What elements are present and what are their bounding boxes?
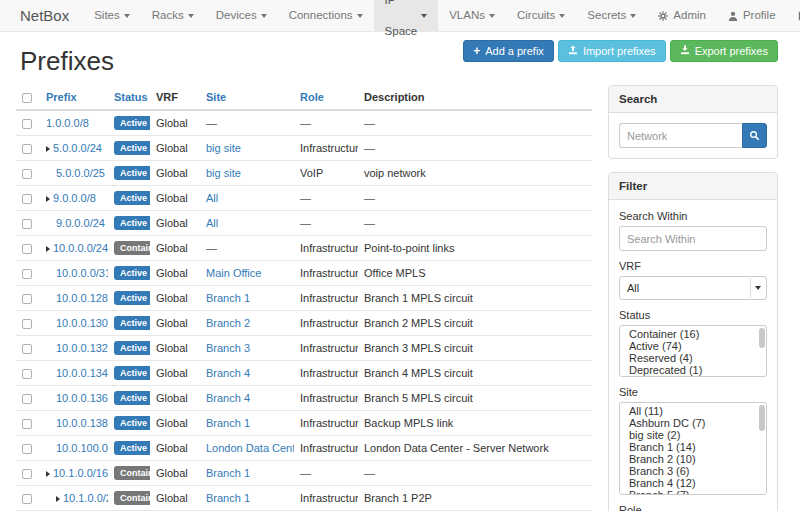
site-link[interactable]: All [206, 192, 218, 204]
row-checkbox[interactable] [22, 144, 32, 154]
site-option[interactable]: Branch 5 (7) [620, 490, 766, 495]
site-link[interactable]: Branch 4 [206, 392, 250, 404]
row-checkbox[interactable] [22, 219, 32, 229]
role-text: Infrastructure [300, 392, 358, 404]
site-link[interactable]: Branch 2 [206, 317, 250, 329]
row-checkbox[interactable] [22, 494, 32, 504]
nav-item-connections[interactable]: Connections [278, 0, 374, 31]
site-option[interactable]: Ashburn DC (7) [620, 418, 766, 429]
nav-item-devices[interactable]: Devices [205, 0, 278, 31]
site-link[interactable]: Main Office [206, 267, 261, 279]
site-option[interactable]: Branch 1 (14) [620, 442, 766, 453]
site-link[interactable]: big site [206, 142, 241, 154]
prefix-link[interactable]: 10.0.100.0/24 [56, 442, 108, 454]
status-option[interactable]: Reserved (4) [620, 353, 766, 364]
row-checkbox-cell [16, 261, 40, 286]
search-button[interactable] [742, 123, 767, 148]
prefix-link[interactable]: 5.0.0.0/24 [53, 142, 102, 154]
prefix-link[interactable]: 10.0.0.0/24 [53, 242, 108, 254]
filter-field-status: StatusContainer (16)Active (74)Reserved … [619, 309, 767, 377]
nav-item-sites[interactable]: Sites [83, 0, 141, 31]
column-header-site[interactable]: Site [206, 91, 226, 103]
nav-item-racks[interactable]: Racks [141, 0, 205, 31]
prefix-link[interactable]: 10.0.0.134/31 [56, 367, 108, 379]
row-checkbox[interactable] [22, 444, 32, 454]
scrollbar-thumb[interactable] [759, 405, 765, 431]
status-cell: Container [108, 486, 150, 511]
brand-netbox[interactable]: NetBox [0, 0, 83, 31]
row-checkbox[interactable] [22, 344, 32, 354]
search-input[interactable] [619, 123, 742, 148]
add-prefix-button[interactable]: + Add a prefix [463, 40, 554, 62]
column-header-status[interactable]: Status [114, 91, 148, 103]
vrf-select[interactable]: All [619, 276, 767, 300]
site-cell: Branch 2 [200, 311, 294, 336]
prefix-link[interactable]: 10.0.0.128/31 [56, 292, 108, 304]
row-checkbox[interactable] [22, 294, 32, 304]
site-option[interactable]: Branch 3 (6) [620, 466, 766, 477]
row-checkbox[interactable] [22, 319, 32, 329]
row-checkbox[interactable] [22, 194, 32, 204]
site-option[interactable]: Branch 2 (10) [620, 454, 766, 465]
row-checkbox[interactable] [22, 394, 32, 404]
status-option[interactable]: Container (16) [620, 329, 766, 340]
prefix-link[interactable]: 10.1.0.0/24 [63, 492, 108, 504]
site-listbox[interactable]: All (11)Ashburn DC (7)big site (2)Branch… [619, 402, 767, 495]
column-header-prefix[interactable]: Prefix [46, 91, 77, 103]
nav-item-label: Racks [152, 0, 184, 31]
prefix-link[interactable]: 10.1.0.0/16 [53, 467, 108, 479]
site-link[interactable]: Branch 4 [206, 367, 250, 379]
tree-expand-icon [46, 246, 50, 252]
site-option[interactable]: big site (2) [620, 430, 766, 441]
nav-item-vlans[interactable]: VLANs [438, 0, 506, 31]
site-link[interactable]: Branch 1 [206, 467, 250, 479]
row-checkbox[interactable] [22, 469, 32, 479]
prefix-link[interactable]: 9.0.0.0/24 [56, 217, 105, 229]
import-prefixes-button[interactable]: Import prefixes [558, 40, 666, 62]
role-cell: Infrastructure [294, 236, 358, 261]
prefix-link[interactable]: 9.0.0.0/8 [53, 192, 96, 204]
search-within-input[interactable] [619, 226, 767, 251]
prefix-link[interactable]: 10.0.0.132/31 [56, 342, 108, 354]
prefix-link[interactable]: 1.0.0.0/8 [46, 117, 89, 129]
description-text: — [364, 192, 375, 204]
site-link[interactable]: big site [206, 167, 241, 179]
site-link[interactable]: Branch 3 [206, 342, 250, 354]
row-checkbox[interactable] [22, 269, 32, 279]
row-checkbox[interactable] [22, 244, 32, 254]
row-checkbox[interactable] [22, 419, 32, 429]
vrf-cell: Global [150, 110, 200, 136]
column-header-role[interactable]: Role [300, 91, 324, 103]
vrf-cell: Global [150, 161, 200, 186]
nav-item-ip-space[interactable]: IP Space [374, 0, 439, 31]
nav-item-circuits[interactable]: Circuits [506, 0, 576, 31]
description-text: Branch 1 MPLS circuit [364, 292, 473, 304]
status-cell: Active [108, 286, 150, 311]
nav-item-profile[interactable]: Profile [717, 0, 787, 31]
prefix-link[interactable]: 10.0.0.138/31 [56, 417, 108, 429]
status-option[interactable]: Active (74) [620, 341, 766, 352]
site-link[interactable]: Branch 1 [206, 492, 250, 504]
prefix-link[interactable]: 10.0.0.136/31 [56, 392, 108, 404]
site-link[interactable]: Branch 1 [206, 292, 250, 304]
row-checkbox[interactable] [22, 119, 32, 129]
status-listbox[interactable]: Container (16)Active (74)Reserved (4)Dep… [619, 325, 767, 377]
site-option[interactable]: All (11) [620, 406, 766, 417]
nav-item-secrets[interactable]: Secrets [576, 0, 647, 31]
row-checkbox[interactable] [22, 169, 32, 179]
status-cell: Active [108, 136, 150, 161]
site-link[interactable]: All [206, 217, 218, 229]
export-prefixes-button[interactable]: Export prefixes [670, 40, 778, 62]
site-option[interactable]: Branch 4 (12) [620, 478, 766, 489]
nav-item-log-out[interactable]: Log out [787, 0, 800, 31]
select-all-checkbox[interactable] [22, 93, 32, 103]
scrollbar-thumb[interactable] [759, 328, 765, 348]
site-link[interactable]: Branch 1 [206, 417, 250, 429]
site-link[interactable]: London Data Center [206, 442, 294, 454]
nav-item-admin[interactable]: Admin [647, 0, 717, 31]
prefix-link[interactable]: 10.0.0.130/31 [56, 317, 108, 329]
row-checkbox[interactable] [22, 369, 32, 379]
prefix-link[interactable]: 10.0.0.0/31 [56, 267, 108, 279]
prefix-link[interactable]: 5.0.0.0/25 [56, 167, 105, 179]
status-option[interactable]: Deprecated (1) [620, 365, 766, 376]
